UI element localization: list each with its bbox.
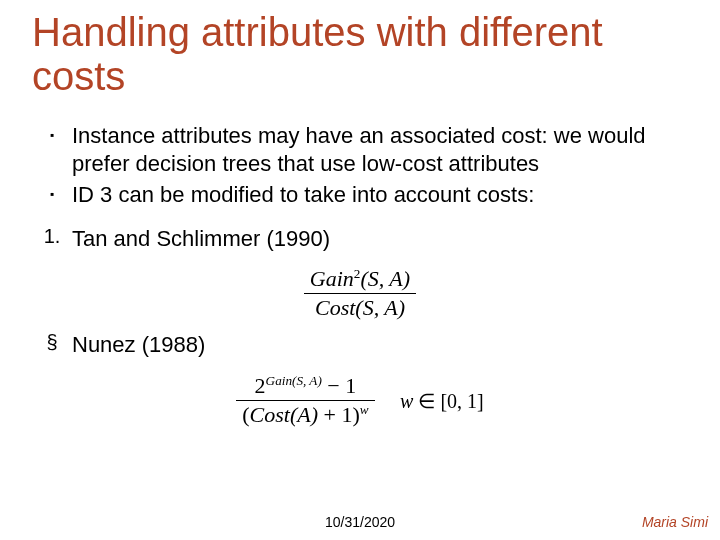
bullet-icon: ▪ — [32, 122, 72, 142]
formula-nunez: 2Gain(S, A) − 1 (Cost(A) + 1)w w ∈ [0, 1… — [32, 373, 688, 429]
slide-title: Handling attributes with different costs — [0, 0, 672, 98]
cost-label: Cost — [315, 295, 355, 320]
w-in: ∈ [0, 1] — [413, 390, 483, 412]
gain-args: (S, A) — [360, 266, 410, 291]
slide-body: ▪ Instance attributes may have an associ… — [0, 98, 720, 428]
fraction: 2Gain(S, A) − 1 (Cost(A) + 1)w — [236, 373, 374, 429]
footer-date: 10/31/2020 — [0, 514, 720, 530]
gain-label: Gain — [310, 266, 354, 291]
den-cost: Cost — [250, 402, 290, 427]
den-exp: w — [360, 402, 369, 417]
slide: Handling attributes with different costs… — [0, 0, 720, 540]
fraction: Gain2(S, A) Cost(S, A) — [304, 266, 416, 321]
den-plus: + 1) — [318, 402, 360, 427]
bullet-icon: ▪ — [32, 181, 72, 201]
w-range: w ∈ [0, 1] — [400, 389, 484, 413]
number-marker: 1. — [32, 225, 72, 248]
exp-args: (S, A) — [292, 373, 322, 388]
formula-tan-schlimmer: Gain2(S, A) Cost(S, A) — [32, 266, 688, 321]
base-two: 2 — [255, 373, 266, 398]
footer-author: Maria Simi — [642, 514, 708, 530]
numbered-text: Tan and Schlimmer (1990) — [72, 225, 688, 253]
bullet-text: ID 3 can be modified to take into accoun… — [72, 181, 688, 209]
bullet-item: ▪ Instance attributes may have an associ… — [32, 122, 688, 177]
minus-one: − 1 — [322, 373, 356, 398]
section-item: § Nunez (1988) — [32, 331, 688, 359]
cost-args: (S, A) — [355, 295, 405, 320]
den-open: ( — [242, 402, 249, 427]
den-arg: (A) — [290, 402, 318, 427]
bullet-text: Instance attributes may have an associat… — [72, 122, 688, 177]
bullet-item: ▪ ID 3 can be modified to take into acco… — [32, 181, 688, 209]
section-marker: § — [32, 331, 72, 354]
exp-gain: Gain — [266, 373, 292, 388]
w-var: w — [400, 390, 413, 412]
numbered-item: 1. Tan and Schlimmer (1990) — [32, 225, 688, 253]
section-text: Nunez (1988) — [72, 331, 688, 359]
